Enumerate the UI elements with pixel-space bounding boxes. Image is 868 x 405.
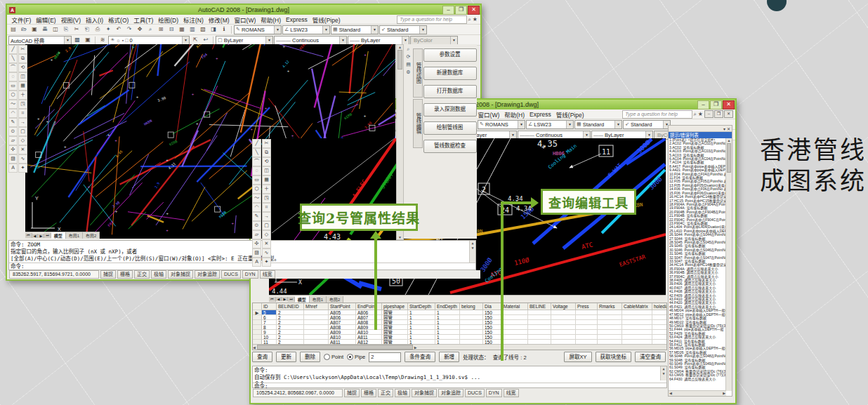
table-cell[interactable] — [502, 310, 528, 315]
status-toggle-DUCS[interactable]: DUCS — [465, 389, 485, 397]
table-cell[interactable]: 150 — [483, 310, 502, 315]
spline-icon[interactable]: ✎ — [252, 212, 261, 221]
multileader-style-combo[interactable]: ➶Standard▼ — [623, 120, 671, 129]
status-toggle-DUCS[interactable]: DUCS — [221, 270, 241, 279]
table-cell[interactable]: 圆管 — [382, 325, 408, 330]
table-cell[interactable]: 1 — [435, 335, 460, 340]
table-cell[interactable]: A810 — [356, 330, 382, 335]
help-icon[interactable]: ℹ — [219, 25, 229, 34]
fillet-icon[interactable]: ✦ — [18, 164, 27, 173]
circle-icon[interactable]: 〜 — [252, 194, 261, 203]
publish-icon[interactable]: ⎘ — [61, 25, 71, 34]
refresh-icon[interactable]: ⟳ — [407, 54, 411, 60]
table-cell[interactable] — [576, 335, 598, 340]
menu-item-10[interactable]: 帮助(H) — [258, 15, 284, 24]
mdi-close-icon[interactable]: ✕ — [724, 110, 733, 118]
arc-icon[interactable]: ⬡ — [252, 185, 261, 194]
command-input[interactable]: 命令: — [9, 263, 475, 270]
table-style-combo[interactable]: ▦Standard▼ — [574, 120, 622, 129]
table-cell[interactable] — [598, 315, 622, 320]
break-icon[interactable]: ✕ — [262, 239, 271, 248]
table-cell[interactable] — [502, 330, 528, 335]
table-cell[interactable]: 7 — [262, 320, 277, 325]
layout-tab-布局2[interactable]: 布局2 — [83, 232, 100, 239]
dim-style-combo[interactable]: ∠LSW23▼ — [526, 120, 574, 129]
table-cell[interactable] — [528, 315, 551, 320]
zoom-previous-icon[interactable]: ⊟ — [166, 25, 176, 34]
ellipse-icon[interactable]: ⊙ — [252, 221, 261, 230]
query-button[interactable]: 查询 — [252, 352, 272, 362]
menu-item-4[interactable]: 格式(O) — [106, 15, 131, 24]
table-cell[interactable]: A809 — [356, 325, 382, 330]
clear-query-button[interactable]: 清空查询 — [635, 352, 666, 362]
offset-icon[interactable]: ◫ — [18, 72, 27, 81]
get-block-coords-button[interactable]: 获取块坐标 — [596, 352, 632, 362]
status-toggle-栅格[interactable]: 栅格 — [361, 389, 376, 397]
point-icon[interactable]: ▨ — [8, 154, 18, 164]
table-cell[interactable]: A811 — [356, 335, 382, 340]
table-row[interactable]: 72A807A808圆管11150 — [253, 320, 666, 325]
close-button[interactable]: ✕ — [723, 100, 735, 109]
settings-icon[interactable]: ⚙ — [406, 69, 410, 75]
table-cell[interactable]: A806 — [356, 310, 382, 315]
table-cell[interactable]: 150 — [483, 330, 502, 335]
status-toggle-线宽[interactable]: 线宽 — [504, 389, 519, 397]
panel-button-录入探测数据[interactable]: 录入探测数据 — [423, 103, 477, 117]
table-cell[interactable]: 5 — [262, 310, 277, 315]
lineweight-combo[interactable]: ——ByLayer▼ — [348, 36, 409, 45]
message-log-panel[interactable]: ▾✕ 提示/错误列表 1.(Point表): <提示信息交验#>2.AC02: … — [668, 125, 732, 397]
layer-combo[interactable]: ☀☼▪□0▼ — [108, 36, 190, 45]
zoom-realtime-icon[interactable]: ⌕ — [145, 25, 155, 34]
add-new-button[interactable]: 新增 — [439, 352, 459, 362]
restore-button[interactable]: ❐ — [710, 100, 722, 109]
table-cell[interactable]: 圆管 — [382, 315, 408, 320]
table-cell[interactable] — [576, 325, 598, 330]
table-horizontal-scrollbar[interactable]: ◀▶ — [253, 344, 666, 350]
layer-properties-icon[interactable]: ≋ — [98, 35, 107, 45]
table-cell[interactable]: 2 — [277, 310, 304, 315]
tab-nav-icon[interactable]: ⏮ — [25, 233, 32, 238]
table-cell[interactable]: 2 — [277, 320, 304, 325]
workspace-combo[interactable]: AutoCAD 经典▼ — [8, 36, 72, 45]
table-cell[interactable]: 1 — [408, 315, 435, 320]
pick-xy-button[interactable]: 屏取XY — [564, 352, 591, 362]
plotstyle-combo[interactable]: ByColor▼ — [410, 36, 458, 45]
table-cell[interactable] — [304, 320, 329, 325]
polyline-icon[interactable]: ⌒ — [252, 157, 261, 166]
polygon-icon[interactable]: ◌ — [252, 166, 261, 175]
chevron-down-icon[interactable]: ▼ — [339, 36, 346, 44]
table-cell[interactable] — [304, 325, 329, 330]
line-icon[interactable]: ╱ — [8, 45, 18, 54]
layers-icon[interactable]: ▤ — [406, 62, 411, 67]
text-style-combo[interactable]: ✎ROMANS▼ — [478, 120, 525, 129]
array-icon[interactable]: ▦ — [18, 81, 27, 91]
table-cell[interactable]: 150 — [483, 315, 502, 320]
table-cell[interactable] — [598, 310, 622, 315]
mirror-icon[interactable]: ⟲ — [18, 63, 27, 72]
table-cell[interactable] — [576, 310, 598, 315]
chevron-down-icon[interactable]: ▼ — [182, 36, 189, 44]
table-cell[interactable]: 1 — [408, 325, 435, 330]
table-cell[interactable] — [622, 335, 652, 340]
trim-icon[interactable]: ▢ — [262, 221, 271, 230]
construction-line-icon[interactable]: ╲ — [252, 148, 261, 157]
pipe-number-input[interactable]: 2 — [369, 352, 401, 362]
sheet-set-manager-icon[interactable]: ◨ — [209, 25, 218, 34]
revision-cloud-icon[interactable]: ◠ — [252, 203, 261, 212]
panel-button-管线数据检查[interactable]: 管线数据检查 — [423, 140, 477, 153]
communication-center-icon[interactable]: ★ — [472, 16, 478, 22]
table-cell[interactable] — [551, 335, 576, 340]
pan-realtime-icon[interactable]: ✥ — [135, 25, 145, 34]
tab-nav-icon[interactable]: ⏭ — [44, 233, 51, 238]
table-cell[interactable] — [652, 310, 667, 315]
table-cell[interactable] — [622, 315, 652, 320]
dim-style-combo[interactable]: ∠LSW23▼ — [282, 25, 330, 34]
text-style-combo[interactable]: ✎ROMANS▼ — [234, 25, 282, 34]
delete-button[interactable]: 删除 — [300, 352, 320, 362]
chevron-down-icon[interactable]: ▼ — [583, 131, 590, 139]
table-cell[interactable]: A808 — [356, 320, 382, 325]
table-cell[interactable] — [551, 310, 576, 315]
menu-item-8[interactable]: 修改(M) — [206, 15, 232, 24]
menu-item-9[interactable]: 窗口(W) — [232, 15, 258, 24]
radio-point[interactable]: Point — [324, 354, 343, 360]
